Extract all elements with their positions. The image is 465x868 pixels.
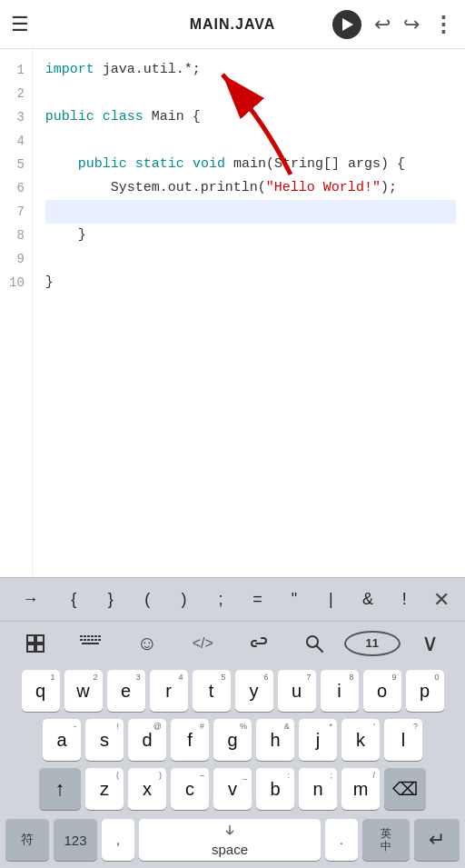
sym-key-quote[interactable]: "	[276, 584, 312, 614]
code-line-9	[45, 247, 456, 271]
key-d[interactable]: @d	[128, 719, 166, 761]
key-k[interactable]: 'k	[341, 719, 380, 761]
line-num: 7	[9, 200, 25, 224]
undo-icon[interactable]: ↩	[374, 13, 391, 36]
space-key[interactable]: space	[139, 819, 321, 861]
code-line-4	[45, 129, 456, 153]
code-line-6: System.out.println("Hello World!");	[45, 176, 456, 200]
key-symbol[interactable]: 符	[5, 819, 49, 861]
run-button[interactable]	[332, 10, 361, 39]
key-w[interactable]: 2w	[64, 670, 103, 712]
svg-rect-14	[91, 639, 94, 641]
sym-key-close-brace[interactable]: }	[92, 584, 128, 614]
enter-key[interactable]: ↵	[414, 819, 460, 861]
key-c[interactable]: –c	[171, 768, 209, 810]
key-z[interactable]: (z	[85, 768, 124, 810]
sym-key-open-paren[interactable]: (	[129, 584, 165, 614]
key-q[interactable]: 1q	[22, 670, 60, 712]
code-lines[interactable]: import java.util.*; public class Main { …	[33, 49, 465, 577]
key-x[interactable]: )x	[128, 768, 166, 810]
key-h[interactable]: &h	[256, 719, 294, 761]
more-options-icon[interactable]: ⋮	[432, 12, 454, 37]
svg-rect-9	[94, 635, 97, 637]
key-g[interactable]: %g	[213, 719, 252, 761]
line-num: 1	[9, 58, 25, 82]
key-123[interactable]: 123	[54, 819, 97, 861]
sym-key-arrow[interactable]: →	[5, 584, 55, 614]
code-area: 1 2 3 4 5 6 7 8 9 10 import java.util.*;…	[0, 49, 465, 577]
kb-bottom-row: 符 123 , space . 英中 ↵	[3, 817, 462, 866]
file-title: MAIN.JAVA	[190, 16, 276, 33]
kb-tool-chevron[interactable]: ∨	[404, 627, 457, 660]
key-n[interactable]: ;n	[299, 768, 337, 810]
sym-key-close[interactable]: ✕	[423, 583, 460, 617]
key-e[interactable]: 3e	[107, 670, 145, 712]
sym-key-exclaim[interactable]: !	[386, 584, 422, 614]
key-m[interactable]: /m	[341, 768, 380, 810]
svg-rect-15	[94, 639, 97, 641]
play-icon	[342, 18, 353, 31]
kb-tool-num-badge[interactable]: 11	[344, 631, 401, 656]
svg-rect-13	[87, 639, 90, 641]
key-v[interactable]: _v	[213, 768, 252, 810]
menu-icon[interactable]: ☰	[11, 13, 29, 36]
code-line-2	[45, 82, 456, 105]
key-lang[interactable]: 英中	[362, 819, 410, 861]
redo-icon[interactable]: ↪	[403, 13, 420, 36]
key-a[interactable]: -a	[43, 719, 81, 761]
symbol-bar: → { } ( ) ; = " | & ! ✕	[0, 577, 465, 621]
key-b[interactable]: :b	[256, 768, 294, 810]
key-p[interactable]: 0p	[406, 670, 444, 712]
key-u[interactable]: 7u	[278, 670, 316, 712]
sym-key-semicolon[interactable]: ;	[203, 584, 239, 614]
key-f[interactable]: #f	[171, 719, 209, 761]
sym-key-pipe[interactable]: |	[312, 584, 349, 614]
key-s[interactable]: !s	[85, 719, 124, 761]
key-l[interactable]: ?l	[384, 719, 422, 761]
key-period[interactable]: .	[325, 819, 358, 861]
code-line-3: public class Main {	[45, 105, 456, 129]
key-comma[interactable]: ,	[102, 819, 134, 861]
kb-tool-link[interactable]	[232, 627, 285, 660]
kb-tool-grid[interactable]	[9, 627, 62, 660]
kb-tool-keyboard[interactable]	[65, 627, 118, 660]
topbar-left: ☰	[11, 13, 29, 36]
code-line-8: }	[45, 224, 456, 247]
shift-key[interactable]: ↑	[39, 768, 81, 810]
line-num: 6	[9, 176, 25, 200]
kb-tool-emoji[interactable]: ☺	[121, 627, 173, 660]
key-i[interactable]: 8i	[321, 670, 359, 712]
svg-rect-7	[87, 635, 90, 637]
sym-key-ampersand[interactable]: &	[350, 584, 386, 614]
svg-rect-2	[36, 635, 44, 643]
line-num: 2	[9, 82, 25, 105]
svg-rect-16	[98, 639, 101, 641]
line-num: 10	[9, 271, 25, 294]
topbar-right: ↩ ↪ ⋮	[332, 10, 454, 39]
key-t[interactable]: 5t	[193, 670, 231, 712]
backspace-key[interactable]: ⌫	[384, 768, 426, 810]
svg-rect-17	[82, 643, 99, 644]
sym-key-close-paren[interactable]: )	[165, 584, 202, 614]
key-r[interactable]: 4r	[150, 670, 188, 712]
svg-line-19	[317, 645, 323, 652]
svg-rect-5	[80, 635, 83, 637]
code-editor: 1 2 3 4 5 6 7 8 9 10 import java.util.*;…	[0, 49, 465, 577]
kb-row-1: 1q 2w 3e 4r 5t 6y 7u 8i 9o 0p	[3, 670, 462, 712]
kb-row-3: ↑ (z )x –c _v :b ;n /m ⌫	[3, 768, 462, 810]
key-o[interactable]: 9o	[363, 670, 401, 712]
kb-tool-search[interactable]	[289, 627, 341, 660]
svg-rect-12	[84, 639, 86, 641]
line-num: 3	[9, 105, 25, 129]
code-line-10: }	[45, 271, 456, 294]
key-y[interactable]: 6y	[235, 670, 273, 712]
svg-rect-6	[84, 635, 86, 637]
sym-key-open-brace[interactable]: {	[55, 584, 92, 614]
keyboard: 1q 2w 3e 4r 5t 6y 7u 8i 9o 0p -a !s @d #…	[0, 664, 465, 868]
code-line-1: import java.util.*;	[45, 58, 456, 82]
svg-rect-4	[36, 644, 44, 652]
sym-key-equals[interactable]: =	[239, 584, 275, 614]
kb-tool-code[interactable]: </>	[177, 627, 230, 660]
key-j[interactable]: *j	[299, 719, 337, 761]
code-line-5: public static void main(String[] args) {	[45, 153, 456, 176]
